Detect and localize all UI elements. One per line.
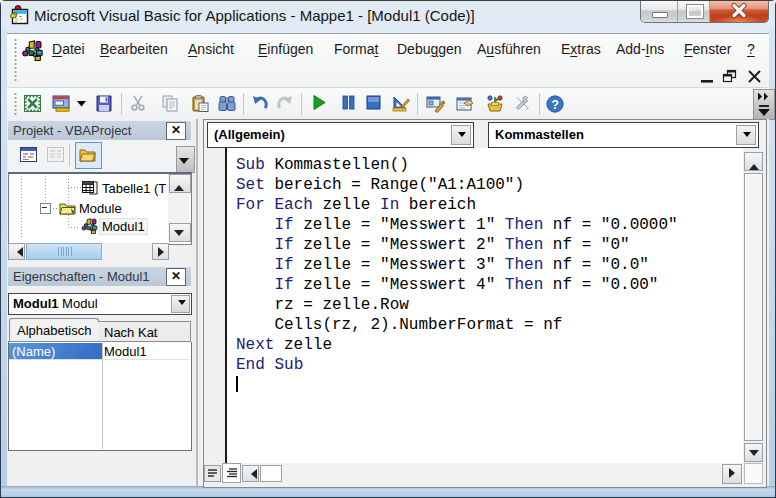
- svg-text:?: ?: [551, 98, 559, 112]
